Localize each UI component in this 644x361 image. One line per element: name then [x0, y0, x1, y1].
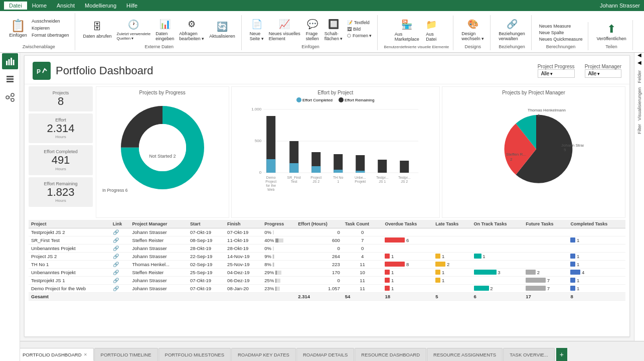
tab-close-btn[interactable]: ✕ [84, 352, 87, 357]
cell-link[interactable]: 🔗 [110, 236, 130, 245]
add-tab-button[interactable]: + [556, 348, 567, 361]
neue-seite-button[interactable]: 📄 NeueSeite ▾ [248, 16, 266, 42]
zuletzt-button[interactable]: 🕐 Zuletzt verwendeteQuellen ▾ [115, 17, 153, 42]
tab-resource-dashboard[interactable]: RESOURCE DASHBOARD [355, 348, 426, 361]
cell-completed: 4 [568, 269, 625, 277]
tab-label: PORTFOLIO TIMELINE [101, 352, 151, 357]
neue-spalte-button[interactable]: Neue Spalte [538, 30, 584, 36]
cell-progress: 0% [262, 245, 295, 253]
daten-abrufen-button[interactable]: 🗄 Daten abrufen [81, 19, 114, 40]
daten-eingeben-button[interactable]: 📊 Dateneingeben [153, 16, 176, 42]
dashboard-canvas: P Portfolio Dashboard Project Progress A… [24, 55, 630, 337]
sidebar-model-icon[interactable] [2, 89, 18, 105]
cell-project: Testprojekt JS 2 [29, 228, 110, 236]
ribbon-tab-bar: Datei Home Ansicht Modellierung Hilfe Jo… [0, 0, 644, 11]
kopieren-button[interactable]: Kopieren [30, 25, 71, 31]
visualisierungen-label[interactable]: Visualisierungen [637, 87, 642, 121]
effort-remaining-stat: Effort Remaining 1.823 Hours [29, 177, 93, 207]
tab-roadmap-key-dates[interactable]: ROADMAP KEY DATES [231, 348, 296, 361]
bar-chart-svg: 1.000 500 0 [235, 104, 436, 192]
svg-text:Testpr...: Testpr... [376, 176, 388, 180]
neues-measure-button[interactable]: Neues Measure [538, 23, 584, 29]
veroeffentlichen-button[interactable]: ⬆ Veröffentlichen [594, 21, 628, 42]
marketplace-icon: 🏪 [400, 18, 414, 32]
sidebar-report-icon[interactable] [2, 53, 18, 69]
filter-project-progress: Project Progress Alle ▾ [538, 64, 575, 78]
svg-rect-1 [8, 59, 10, 65]
felder-label[interactable]: Felder [637, 70, 642, 83]
tab-portfolio-milestones[interactable]: PORTFOLIO MILESTONES [158, 348, 231, 361]
frage-button[interactable]: 💬 Fragestellen [303, 16, 321, 42]
cell-progress: 0% [262, 228, 295, 236]
tab-portfolio-timeline[interactable]: PORTFOLIO TIMELINE [94, 348, 158, 361]
cell-project: Unbenanntes Projekt [29, 269, 110, 277]
table-area: Project Link Project Manager Start Finis… [25, 220, 629, 303]
cell-completed [568, 228, 625, 236]
donut-chart: Not Started 2 [117, 102, 208, 193]
berechnungen-label: Berechnungen [546, 44, 576, 49]
cell-link[interactable]: 🔗 [110, 269, 130, 277]
col-completed: Completed Tasks [568, 220, 625, 228]
project-progress-filter[interactable]: Alle ▾ [538, 69, 575, 78]
ausschneiden-button[interactable]: Ausschneiden [30, 18, 71, 24]
svg-rect-4 [7, 76, 14, 77]
cell-finish: 11-Okt-19 [225, 236, 262, 245]
formen-button[interactable]: ⬡ Formen ▾ [346, 33, 373, 39]
cell-link[interactable]: 🔗 [110, 245, 130, 253]
cell-late: 1 [433, 269, 471, 277]
panel-collapse-btn2[interactable]: ◀ [636, 59, 642, 66]
sidebar-data-icon[interactable] [2, 71, 18, 87]
abfragen-button[interactable]: ⚙ Abfragenbearbeiten ▾ [177, 16, 206, 42]
tab-task-overvie...[interactable]: TASK OVERVIE... [503, 348, 555, 361]
cell-finish: 14-Nov-19 [225, 253, 262, 261]
tab-label: ROADMAP DETAILS [303, 352, 348, 357]
svg-text:1: 1 [538, 113, 540, 117]
aktualisieren-button[interactable]: 🔄 Aktualisieren [207, 19, 237, 40]
svg-text:2: 2 [510, 157, 513, 162]
cell-link[interactable]: 🔗 [110, 261, 130, 269]
cell-tasks: 11 [343, 285, 383, 293]
aus-datei-button[interactable]: 📁 AusDatei [422, 17, 440, 43]
projects-by-progress-chart: Projects by Progress Not Started 2 In Pr… [96, 86, 229, 218]
neues-quickmeasure-button[interactable]: Neues Quickmeasure [538, 36, 584, 42]
tab-hilfe[interactable]: Hilfe [121, 2, 142, 10]
textfeld-button[interactable]: 📝 Textfeld [346, 20, 373, 26]
einfuegen-button[interactable]: 📋 Einfügen [7, 14, 29, 42]
designs-label: Designs [465, 44, 481, 49]
teilen-label: Teilen [605, 44, 617, 49]
tab-resource-assignments[interactable]: RESOURCE ASSIGNMENTS [427, 348, 503, 361]
cell-effort: 223 [295, 261, 343, 269]
cell-completed: 1 [568, 253, 625, 261]
tab-portfolio-dashboard[interactable]: PORTFOLIO DASHBOARD✕ [16, 348, 94, 361]
project-manager-filter[interactable]: Alle ▾ [585, 69, 621, 78]
bottom-tabs: ◀ ▶ PORTFOLIO DASHBOARD✕PORTFOLIO TIMELI… [0, 341, 644, 361]
schaltflaechen-button[interactable]: 🔲 Schalt-flächen ▾ [323, 16, 345, 42]
cell-tasks: 10 [343, 269, 383, 277]
tab-ansicht[interactable]: Ansicht [52, 2, 80, 10]
bild-button[interactable]: 🖼 Bild [346, 26, 373, 32]
format-button[interactable]: Format übertragen [30, 32, 71, 38]
aus-marketplace-button[interactable]: 🏪 AusMarketplace [393, 17, 421, 43]
cell-link[interactable]: 🔗 [110, 253, 130, 261]
col-overdue: Overdue Tasks [382, 220, 433, 228]
cell-link[interactable]: 🔗 [110, 277, 130, 285]
tab-label: PORTFOLIO MILESTONES [165, 352, 224, 357]
neues-visuelles-button[interactable]: 📈 Neues visuellesElement [267, 16, 302, 42]
filter-label[interactable]: Filter [637, 124, 642, 134]
cell-link[interactable]: 🔗 [110, 228, 130, 236]
tab-modellierung[interactable]: Modellierung [80, 2, 121, 10]
zuletzt-icon: 🕐 [126, 18, 140, 32]
cell-late [433, 228, 471, 236]
tab-datei[interactable]: Datei [4, 2, 27, 10]
svg-text:SR_First: SR_First [287, 176, 300, 180]
tab-home[interactable]: Home [27, 2, 52, 10]
beziehungen-button[interactable]: 🔗 Beziehungenverwalten [497, 16, 527, 42]
cell-late: 1 [433, 253, 471, 261]
projects-stat: Projects 8 [29, 86, 93, 111]
cell-late [433, 245, 471, 253]
cell-link[interactable]: 🔗 [110, 285, 130, 293]
tab-roadmap-details[interactable]: ROADMAP DETAILS [296, 348, 354, 361]
design-wechseln-button[interactable]: 🎨 Designwechseln ▾ [459, 16, 486, 42]
cell-future [523, 253, 568, 261]
neues-visuelles-icon: 📈 [277, 17, 291, 31]
